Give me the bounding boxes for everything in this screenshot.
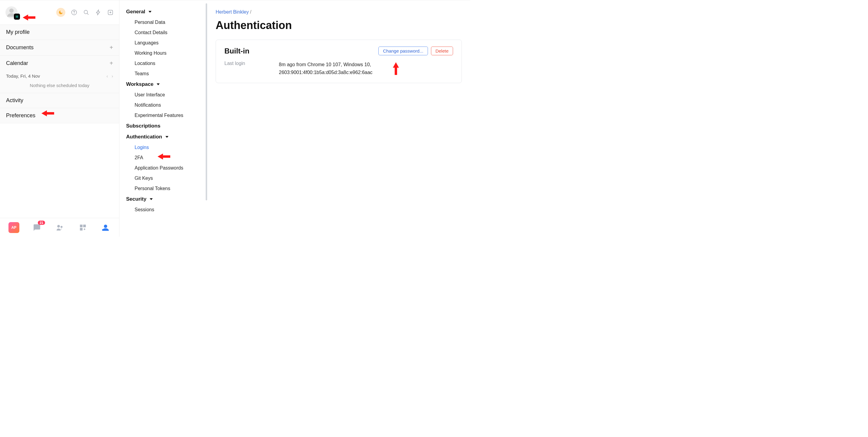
caret-icon [165,136,168,138]
avatar[interactable]: M [5,6,18,19]
svg-point-0 [9,8,13,13]
caret-icon [149,11,152,13]
main-content: Herbert Binkley / Authentication Built-i… [207,0,470,237]
settings-nav: General Personal Data Contact Details La… [120,0,207,237]
nav-group-workspace[interactable]: Workspace [120,79,207,90]
calendar-date: Today, Fri, 4 Nov [6,73,40,78]
nav-group-authentication[interactable]: Authentication [120,131,207,142]
chat-badge: 21 [38,221,45,225]
nav-sessions[interactable]: Sessions [120,205,207,215]
breadcrumb: Herbert Binkley / [216,9,462,15]
nav-working-hours[interactable]: Working Hours [120,48,207,58]
bolt-icon[interactable] [95,9,102,16]
nav-locations[interactable]: Locations [120,58,207,69]
add-document-icon[interactable]: + [110,44,113,51]
left-sidebar: M My profi [0,0,120,237]
calendar-empty-text: Nothing else scheduled today [0,81,119,93]
svg-point-9 [61,226,63,228]
nav-contact-details[interactable]: Contact Details [120,28,207,38]
sidebar-preferences[interactable]: Preferences [0,108,119,123]
page-title: Authentication [216,19,462,32]
profile-top-row: M [0,0,119,25]
nav-personal-data[interactable]: Personal Data [120,17,207,28]
card-title: Built-in [224,47,375,55]
caret-icon [157,83,160,85]
sidebar-activity[interactable]: Activity [0,93,119,108]
nav-app-passwords[interactable]: Application Passwords [120,163,207,173]
svg-point-8 [57,225,60,228]
svg-rect-10 [80,225,83,227]
last-login-label: Last login [224,61,267,76]
workspace-switcher[interactable]: AP [8,222,19,233]
svg-point-2 [74,13,74,14]
nav-group-subscriptions[interactable]: Subscriptions [120,121,207,131]
nav-user-interface[interactable]: User Interface [120,90,207,100]
nav-teams[interactable]: Teams [120,69,207,79]
more-dots-icon: ••• [102,227,110,233]
nav-2fa[interactable]: 2FA [120,153,207,163]
org-badge-icon: M [14,13,20,20]
builtin-auth-card: Built-in Change password... Delete Last … [216,40,462,83]
add-event-icon[interactable]: + [110,60,113,67]
sidebar-my-profile[interactable]: My profile [0,25,119,40]
nav-languages[interactable]: Languages [120,38,207,48]
nav-group-security[interactable]: Security [120,194,207,205]
svg-rect-13 [84,228,85,230]
calendar-next-icon[interactable]: › [112,73,113,78]
bottom-bar: AP 21 ••• [0,218,119,237]
svg-rect-11 [83,225,86,227]
svg-point-3 [84,10,88,14]
calendar-today-row: Today, Fri, 4 Nov ‹ › [0,71,119,81]
sidebar-calendar[interactable]: Calendar+ [0,56,119,71]
nav-git-keys[interactable]: Git Keys [120,173,207,183]
apps-icon[interactable] [78,223,88,233]
chat-icon[interactable]: 21 [32,223,42,233]
nav-logins[interactable]: Logins [120,142,207,153]
profile-nav-icon[interactable]: ••• [100,223,111,233]
nav-experimental[interactable]: Experimental Features [120,110,207,121]
calendar-prev-icon[interactable]: ‹ [106,73,108,78]
nav-notifications[interactable]: Notifications [120,100,207,110]
svg-line-4 [87,13,88,14]
svg-rect-12 [80,228,83,231]
nav-personal-tokens[interactable]: Personal Tokens [120,183,207,194]
add-icon[interactable] [107,9,114,16]
breadcrumb-user-link[interactable]: Herbert Binkley [216,9,249,14]
help-icon[interactable] [71,9,78,16]
delete-button[interactable]: Delete [431,46,453,55]
sidebar-documents[interactable]: Documents+ [0,40,119,55]
search-icon[interactable] [83,9,90,16]
caret-icon [150,198,153,200]
last-login-value: 8m ago from Chrome 10 107, Windows 10, 2… [279,61,400,76]
theme-toggle-icon[interactable] [56,8,65,17]
breadcrumb-sep: / [250,9,251,14]
nav-group-general[interactable]: General [120,6,207,17]
team-icon[interactable] [55,223,65,233]
change-password-button[interactable]: Change password... [378,46,428,55]
